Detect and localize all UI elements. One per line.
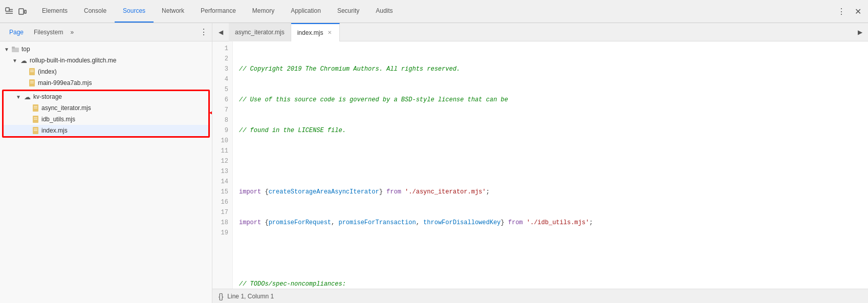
tree-arrow-top: ▼ <box>4 47 11 52</box>
tab-filesystem[interactable]: Filesystem <box>29 27 68 38</box>
toolbar-icon-group <box>4 6 28 16</box>
file-tree: ▼ top ▼ ☁ rollup-built-in-modules.glitch… <box>0 41 212 303</box>
code-area: 1 2 3 4 5 6 7 8 9 10 11 12 13 14 15 16 1… <box>212 41 868 289</box>
editor-tab-index[interactable]: index.mjs ✕ <box>291 23 340 41</box>
red-arrow-indicator <box>209 107 212 121</box>
tree-item-main[interactable]: ▶ main-999ea7ab.mjs <box>0 77 212 89</box>
tree-label-glitch: rollup-built-in-modules.glitch.me <box>30 57 208 64</box>
code-line-8: // TODOs/spec-noncompliances: <box>239 279 868 289</box>
tree-item-glitch[interactable]: ▼ ☁ rollup-built-in-modules.glitch.me <box>0 55 212 66</box>
file-icon-idb <box>31 115 39 123</box>
tree-arrow-glitch: ▼ <box>12 58 19 63</box>
tab-application[interactable]: Application <box>283 0 329 23</box>
editor-tab-async-label: async_iterator.mjs <box>235 29 285 36</box>
code-content[interactable]: // Copyright 2019 The Chromium Authors. … <box>233 41 868 289</box>
tree-label-async: async_iterator.mjs <box>41 104 204 112</box>
status-bar: {} Line 1, Column 1 <box>212 289 868 303</box>
editor-tab-nav-left[interactable]: ◀ <box>214 26 227 38</box>
code-line-7 <box>239 248 868 258</box>
tab-memory[interactable]: Memory <box>244 0 283 23</box>
editor-tabs-right-icon[interactable]: ▶ <box>854 26 866 38</box>
code-line-3: // found in the LICENSE file. <box>239 125 868 136</box>
toolbar: Elements Console Sources Network Perform… <box>0 0 868 23</box>
svg-marker-23 <box>209 107 212 119</box>
file-icon-async <box>31 104 39 112</box>
left-panel: Page Filesystem » ⋮ ▼ top ▼ ☁ rollup-bui… <box>0 23 212 303</box>
tree-item-kv-storage[interactable]: ▼ ☁ kv-storage <box>4 91 208 102</box>
cloud-icon-kv: ☁ <box>23 93 31 101</box>
tab-performance[interactable]: Performance <box>192 0 244 23</box>
tab-security[interactable]: Security <box>329 0 367 23</box>
svg-rect-0 <box>6 8 9 11</box>
code-line-4 <box>239 156 868 166</box>
tab-page[interactable]: Page <box>4 27 29 38</box>
panel-menu-icon[interactable]: ⋮ <box>200 27 208 37</box>
tab-elements[interactable]: Elements <box>34 0 76 23</box>
folder-icon <box>11 45 19 53</box>
left-panel-tabs: Page Filesystem » ⋮ <box>0 23 212 41</box>
tree-item-top[interactable]: ▼ top <box>0 44 212 55</box>
tree-label-main: main-999ea7ab.mjs <box>38 79 208 86</box>
editor-tab-close-icon[interactable]: ✕ <box>326 29 333 36</box>
right-panel: ◀ async_iterator.mjs index.mjs ✕ ▶ 1 2 3… <box>212 23 868 303</box>
tree-label-idx: index.mjs <box>41 127 204 134</box>
code-line-5: import {createStorageAreaAsyncIterator} … <box>239 187 868 197</box>
tab-console[interactable]: Console <box>76 0 115 23</box>
close-icon[interactable]: ✕ <box>852 5 864 17</box>
main-tabs: Elements Console Sources Network Perform… <box>34 0 835 23</box>
code-line-6: import {promiseForRequest, promiseForTra… <box>239 218 868 228</box>
tree-item-index-mjs[interactable]: ▶ index.mjs <box>4 125 208 136</box>
tab-audits[interactable]: Audits <box>367 0 401 23</box>
file-icon-index <box>28 68 36 76</box>
tree-arrow-kv: ▼ <box>16 94 23 100</box>
tab-network[interactable]: Network <box>154 0 192 23</box>
editor-tab-async[interactable]: async_iterator.mjs <box>229 23 291 41</box>
svg-rect-7 <box>12 47 15 49</box>
toolbar-right: ⋮ ✕ <box>835 5 864 17</box>
file-icon-idx <box>31 126 39 135</box>
code-line-1: // Copyright 2019 The Chromium Authors. … <box>239 64 868 74</box>
editor-tab-index-label: index.mjs <box>297 29 323 36</box>
file-icon-main <box>28 79 36 87</box>
line-numbers: 1 2 3 4 5 6 7 8 9 10 11 12 13 14 15 16 1… <box>212 41 233 289</box>
tree-item-async-iterator[interactable]: ▶ async_iterator.mjs <box>4 102 208 114</box>
status-position: Line 1, Column 1 <box>227 293 274 300</box>
panel-tabs-chevron[interactable]: » <box>70 29 74 36</box>
more-options-icon[interactable]: ⋮ <box>835 5 848 17</box>
status-braces-icon[interactable]: {} <box>219 292 223 300</box>
editor-tabs-bar: ◀ async_iterator.mjs index.mjs ✕ ▶ <box>212 23 868 41</box>
device-icon[interactable] <box>17 6 28 16</box>
svg-rect-4 <box>19 9 24 14</box>
inspect-icon[interactable] <box>4 6 14 16</box>
tree-label-index: (index) <box>38 68 208 75</box>
tree-label-kv: kv-storage <box>33 93 204 100</box>
svg-rect-5 <box>25 10 26 13</box>
cloud-icon-glitch: ☁ <box>19 56 28 64</box>
tree-item-idb-utils[interactable]: ▶ idb_utils.mjs <box>4 114 208 125</box>
tree-item-index[interactable]: ▶ (index) <box>0 66 212 77</box>
code-line-2: // Use of this source code is governed b… <box>239 95 868 105</box>
kv-storage-box: ▼ ☁ kv-storage ▶ async_iterator.mjs ▶ <box>2 90 210 138</box>
tab-sources[interactable]: Sources <box>115 0 154 23</box>
tree-label-top: top <box>21 46 208 53</box>
tree-label-idb: idb_utils.mjs <box>41 116 204 123</box>
main-layout: Page Filesystem » ⋮ ▼ top ▼ ☁ rollup-bui… <box>0 23 868 303</box>
